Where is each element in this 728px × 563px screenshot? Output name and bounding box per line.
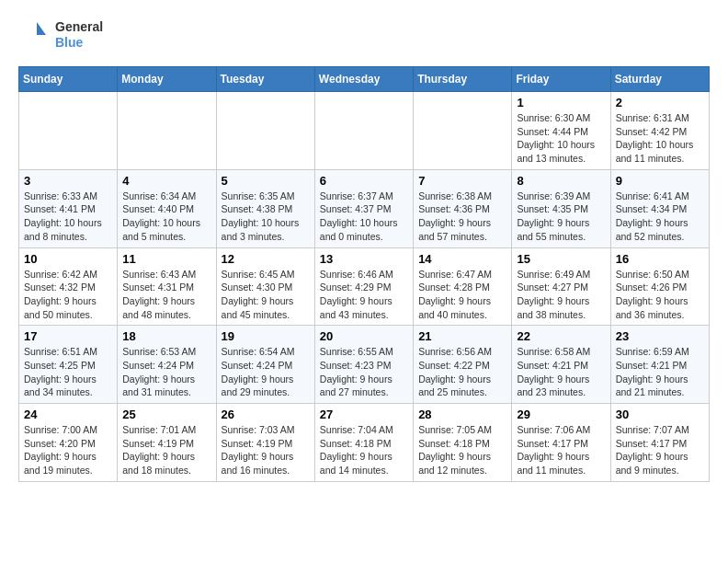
logo-blue: Blue bbox=[55, 35, 103, 51]
calendar-cell: 22Sunrise: 6:58 AM Sunset: 4:21 PM Dayli… bbox=[512, 326, 610, 404]
day-number: 1 bbox=[517, 96, 605, 109]
day-info: Sunrise: 7:06 AM Sunset: 4:17 PM Dayligh… bbox=[517, 423, 605, 477]
day-info: Sunrise: 6:30 AM Sunset: 4:44 PM Dayligh… bbox=[517, 111, 605, 166]
day-number: 28 bbox=[418, 408, 506, 421]
day-info: Sunrise: 6:50 AM Sunset: 4:26 PM Dayligh… bbox=[616, 268, 704, 322]
day-info: Sunrise: 6:45 AM Sunset: 4:30 PM Dayligh… bbox=[222, 268, 310, 322]
day-info: Sunrise: 6:35 AM Sunset: 4:38 PM Dayligh… bbox=[222, 190, 310, 244]
day-number: 13 bbox=[320, 252, 408, 266]
day-info: Sunrise: 6:34 AM Sunset: 4:40 PM Dayligh… bbox=[122, 190, 210, 244]
day-number: 7 bbox=[418, 174, 506, 188]
calendar-week-row: 10Sunrise: 6:42 AM Sunset: 4:32 PM Dayli… bbox=[19, 247, 710, 326]
calendar-header-row: SundayMondayTuesdayWednesdayThursdayFrid… bbox=[19, 67, 710, 92]
calendar-cell: 15Sunrise: 6:49 AM Sunset: 4:27 PM Dayli… bbox=[512, 247, 610, 326]
logo-svg bbox=[18, 18, 51, 52]
day-number: 15 bbox=[517, 252, 605, 266]
day-info: Sunrise: 6:37 AM Sunset: 4:37 PM Dayligh… bbox=[320, 190, 408, 244]
calendar-cell: 3Sunrise: 6:33 AM Sunset: 4:41 PM Daylig… bbox=[19, 169, 118, 247]
calendar-cell: 17Sunrise: 6:51 AM Sunset: 4:25 PM Dayli… bbox=[19, 326, 118, 404]
day-number: 30 bbox=[616, 408, 704, 421]
calendar-cell: 26Sunrise: 7:03 AM Sunset: 4:19 PM Dayli… bbox=[216, 404, 314, 482]
day-info: Sunrise: 6:33 AM Sunset: 4:41 PM Dayligh… bbox=[24, 190, 112, 244]
weekday-header: Sunday bbox=[19, 67, 118, 92]
weekday-header: Thursday bbox=[414, 67, 512, 92]
day-number: 9 bbox=[616, 174, 704, 188]
calendar-cell: 6Sunrise: 6:37 AM Sunset: 4:37 PM Daylig… bbox=[314, 169, 413, 247]
calendar-cell: 28Sunrise: 7:05 AM Sunset: 4:18 PM Dayli… bbox=[414, 404, 512, 482]
day-number: 20 bbox=[320, 329, 408, 343]
day-number: 29 bbox=[517, 408, 605, 421]
day-number: 27 bbox=[320, 408, 408, 421]
weekday-header: Friday bbox=[512, 67, 610, 92]
page-header: GeneralBlue bbox=[18, 18, 710, 52]
calendar-cell: 29Sunrise: 7:06 AM Sunset: 4:17 PM Dayli… bbox=[512, 404, 610, 482]
day-number: 19 bbox=[222, 329, 310, 343]
day-number: 24 bbox=[24, 408, 112, 421]
calendar-cell: 10Sunrise: 6:42 AM Sunset: 4:32 PM Dayli… bbox=[19, 247, 118, 326]
logo-general: General bbox=[55, 19, 103, 35]
day-info: Sunrise: 6:43 AM Sunset: 4:31 PM Dayligh… bbox=[122, 268, 210, 322]
calendar-cell: 14Sunrise: 6:47 AM Sunset: 4:28 PM Dayli… bbox=[414, 247, 512, 326]
day-info: Sunrise: 6:51 AM Sunset: 4:25 PM Dayligh… bbox=[24, 345, 112, 399]
calendar-cell bbox=[118, 92, 216, 170]
calendar: SundayMondayTuesdayWednesdayThursdayFrid… bbox=[18, 66, 710, 482]
day-info: Sunrise: 6:39 AM Sunset: 4:35 PM Dayligh… bbox=[517, 190, 605, 244]
calendar-cell: 30Sunrise: 7:07 AM Sunset: 4:17 PM Dayli… bbox=[610, 404, 709, 482]
calendar-week-row: 24Sunrise: 7:00 AM Sunset: 4:20 PM Dayli… bbox=[19, 404, 710, 482]
calendar-cell: 9Sunrise: 6:41 AM Sunset: 4:34 PM Daylig… bbox=[610, 169, 709, 247]
day-number: 11 bbox=[122, 252, 210, 266]
svg-marker-0 bbox=[37, 22, 46, 35]
day-number: 10 bbox=[24, 252, 112, 266]
day-number: 12 bbox=[222, 252, 310, 266]
calendar-cell bbox=[414, 92, 512, 170]
calendar-cell: 25Sunrise: 7:01 AM Sunset: 4:19 PM Dayli… bbox=[118, 404, 216, 482]
day-info: Sunrise: 6:54 AM Sunset: 4:24 PM Dayligh… bbox=[222, 345, 310, 399]
calendar-cell: 24Sunrise: 7:00 AM Sunset: 4:20 PM Dayli… bbox=[19, 404, 118, 482]
calendar-cell: 12Sunrise: 6:45 AM Sunset: 4:30 PM Dayli… bbox=[216, 247, 314, 326]
calendar-cell: 20Sunrise: 6:55 AM Sunset: 4:23 PM Dayli… bbox=[314, 326, 413, 404]
day-number: 18 bbox=[122, 329, 210, 343]
day-info: Sunrise: 7:00 AM Sunset: 4:20 PM Dayligh… bbox=[24, 423, 112, 477]
weekday-header: Saturday bbox=[610, 67, 709, 92]
day-info: Sunrise: 6:55 AM Sunset: 4:23 PM Dayligh… bbox=[320, 345, 408, 399]
day-number: 14 bbox=[418, 252, 506, 266]
day-info: Sunrise: 6:49 AM Sunset: 4:27 PM Dayligh… bbox=[517, 268, 605, 322]
day-info: Sunrise: 6:42 AM Sunset: 4:32 PM Dayligh… bbox=[24, 268, 112, 322]
day-info: Sunrise: 7:01 AM Sunset: 4:19 PM Dayligh… bbox=[122, 423, 210, 477]
calendar-week-row: 3Sunrise: 6:33 AM Sunset: 4:41 PM Daylig… bbox=[19, 169, 710, 247]
calendar-cell: 13Sunrise: 6:46 AM Sunset: 4:29 PM Dayli… bbox=[314, 247, 413, 326]
calendar-week-row: 1Sunrise: 6:30 AM Sunset: 4:44 PM Daylig… bbox=[19, 92, 710, 170]
day-number: 6 bbox=[320, 174, 408, 188]
calendar-cell: 11Sunrise: 6:43 AM Sunset: 4:31 PM Dayli… bbox=[118, 247, 216, 326]
calendar-week-row: 17Sunrise: 6:51 AM Sunset: 4:25 PM Dayli… bbox=[19, 326, 710, 404]
day-info: Sunrise: 7:05 AM Sunset: 4:18 PM Dayligh… bbox=[418, 423, 506, 477]
day-info: Sunrise: 6:58 AM Sunset: 4:21 PM Dayligh… bbox=[517, 345, 605, 399]
calendar-cell: 27Sunrise: 7:04 AM Sunset: 4:18 PM Dayli… bbox=[314, 404, 413, 482]
weekday-header: Wednesday bbox=[314, 67, 413, 92]
day-info: Sunrise: 6:59 AM Sunset: 4:21 PM Dayligh… bbox=[616, 345, 704, 399]
day-number: 17 bbox=[24, 329, 112, 343]
day-info: Sunrise: 6:53 AM Sunset: 4:24 PM Dayligh… bbox=[122, 345, 210, 399]
day-number: 4 bbox=[122, 174, 210, 188]
calendar-cell: 7Sunrise: 6:38 AM Sunset: 4:36 PM Daylig… bbox=[414, 169, 512, 247]
day-info: Sunrise: 6:47 AM Sunset: 4:28 PM Dayligh… bbox=[418, 268, 506, 322]
day-info: Sunrise: 6:46 AM Sunset: 4:29 PM Dayligh… bbox=[320, 268, 408, 322]
day-info: Sunrise: 7:04 AM Sunset: 4:18 PM Dayligh… bbox=[320, 423, 408, 477]
day-number: 21 bbox=[418, 329, 506, 343]
calendar-cell: 21Sunrise: 6:56 AM Sunset: 4:22 PM Dayli… bbox=[414, 326, 512, 404]
calendar-cell: 16Sunrise: 6:50 AM Sunset: 4:26 PM Dayli… bbox=[610, 247, 709, 326]
calendar-cell: 19Sunrise: 6:54 AM Sunset: 4:24 PM Dayli… bbox=[216, 326, 314, 404]
calendar-cell: 23Sunrise: 6:59 AM Sunset: 4:21 PM Dayli… bbox=[610, 326, 709, 404]
calendar-cell: 1Sunrise: 6:30 AM Sunset: 4:44 PM Daylig… bbox=[512, 92, 610, 170]
day-number: 5 bbox=[222, 174, 310, 188]
day-number: 22 bbox=[517, 329, 605, 343]
calendar-cell: 4Sunrise: 6:34 AM Sunset: 4:40 PM Daylig… bbox=[118, 169, 216, 247]
calendar-cell: 5Sunrise: 6:35 AM Sunset: 4:38 PM Daylig… bbox=[216, 169, 314, 247]
day-number: 8 bbox=[517, 174, 605, 188]
day-number: 26 bbox=[222, 408, 310, 421]
calendar-cell: 18Sunrise: 6:53 AM Sunset: 4:24 PM Dayli… bbox=[118, 326, 216, 404]
calendar-cell: 8Sunrise: 6:39 AM Sunset: 4:35 PM Daylig… bbox=[512, 169, 610, 247]
day-info: Sunrise: 6:31 AM Sunset: 4:42 PM Dayligh… bbox=[616, 111, 704, 166]
day-info: Sunrise: 6:38 AM Sunset: 4:36 PM Dayligh… bbox=[418, 190, 506, 244]
day-info: Sunrise: 7:07 AM Sunset: 4:17 PM Dayligh… bbox=[616, 423, 704, 477]
